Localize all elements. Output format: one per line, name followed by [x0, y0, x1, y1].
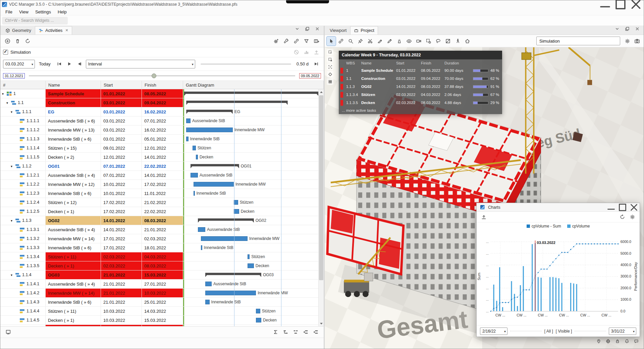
table-row[interactable]: 1.1.3.5Decken ( » 1)02.03.202208.03.2022…: [0, 261, 318, 270]
table-row[interactable]: [0, 325, 318, 326]
table-row[interactable]: 1.1.4.2Innenwände MW ( » 14)21.01.202210…: [0, 289, 318, 298]
gantt-bar[interactable]: [205, 300, 210, 304]
gantt-bar[interactable]: [201, 245, 202, 250]
range-start-date[interactable]: 31.12.2021: [3, 73, 25, 79]
grid-small-icon[interactable]: [327, 78, 333, 85]
range-end-date[interactable]: 09.05.2022: [299, 73, 321, 79]
sum-icon[interactable]: [271, 328, 280, 337]
gantt-cell[interactable]: Innenwände MW: [183, 234, 318, 243]
filter-icon[interactable]: [302, 37, 311, 46]
expand-arrow-icon[interactable]: ▾: [11, 273, 15, 277]
header-name[interactable]: Name: [46, 81, 101, 89]
target-icon[interactable]: [327, 71, 333, 78]
scrollbar-thumb[interactable]: [319, 95, 323, 280]
maximize-button[interactable]: [613, 0, 628, 8]
gantt-bar[interactable]: [186, 101, 287, 105]
gantt-cell[interactable]: [183, 89, 318, 98]
chart-all-label[interactable]: [ All ]: [544, 329, 553, 334]
table-row[interactable]: 1.1.4.3Innenwände StB ( » 6)21.01.202225…: [0, 298, 318, 307]
gantt-bar[interactable]: [205, 282, 212, 286]
gantt-cell[interactable]: Innenwände StB: [183, 298, 318, 306]
pen-icon[interactable]: [385, 37, 394, 46]
camera-icon[interactable]: [633, 37, 642, 46]
select-area-icon[interactable]: [327, 49, 333, 55]
gantt-bar[interactable]: [198, 218, 254, 223]
simulation-date-select[interactable]: 03.03.202: [3, 60, 35, 68]
charts-minimize-button[interactable]: [605, 203, 617, 211]
gantt-bar[interactable]: [194, 182, 234, 187]
menu-file[interactable]: File: [2, 9, 15, 15]
table-row[interactable]: 1.1.4.1Aussenwände StB ( » 4)21.01.20222…: [0, 280, 318, 289]
spray-icon[interactable]: [395, 37, 404, 46]
table-row[interactable]: 1.1.2.2Innenwände MW ( » 12)10.01.202217…: [0, 180, 318, 189]
select-gear-icon[interactable]: [424, 37, 433, 46]
close-panel-icon[interactable]: [633, 24, 642, 33]
menu-settings[interactable]: Settings: [32, 9, 54, 15]
close-button[interactable]: [628, 0, 644, 8]
knife-icon[interactable]: [375, 37, 384, 46]
gantt-cell[interactable]: Innenwände StB: [183, 189, 318, 198]
walkthrough-icon[interactable]: [453, 37, 462, 46]
table-row[interactable]: 1.1.2.3Innenwände StB ( » 6)10.01.202211…: [0, 189, 318, 198]
expand-arrow-icon[interactable]: ▾: [6, 101, 11, 105]
home-icon[interactable]: [463, 37, 472, 46]
interval-select[interactable]: Interval: [86, 60, 195, 68]
float-panel-icon[interactable]: [623, 24, 632, 33]
time-slider-track[interactable]: [29, 76, 295, 76]
gantt-bar[interactable]: [186, 128, 233, 132]
gear-icon[interactable]: [623, 37, 632, 46]
cut-icon[interactable]: [366, 37, 375, 46]
table-row[interactable]: 1.1.1.2Innenwände MW ( » 13)03.01.202216…: [0, 126, 318, 135]
gantt-bar[interactable]: [234, 209, 239, 214]
legend-item[interactable]: cpVolume: [567, 224, 590, 229]
gantt-bar[interactable]: [196, 155, 198, 159]
gantt-cell[interactable]: Aussenwände StB: [183, 171, 318, 180]
gantt-cell[interactable]: Innenwände MW: [183, 289, 318, 297]
gantt-bar[interactable]: [205, 291, 256, 295]
gantt-cell[interactable]: OG03: [183, 270, 318, 279]
table-row[interactable]: 1.1.1.1Aussenwände StB ( » 6)03.01.20220…: [0, 116, 318, 126]
add-column-icon[interactable]: [312, 37, 321, 46]
upload-icon[interactable]: [312, 48, 321, 57]
wrench-icon[interactable]: [282, 37, 291, 46]
gantt-bar[interactable]: [256, 309, 260, 313]
upload-icon[interactable]: [479, 212, 488, 221]
expand-arrow-icon[interactable]: ▾: [11, 219, 15, 222]
gantt-cell[interactable]: Innenwände MW: [183, 126, 318, 134]
gantt-bar[interactable]: [198, 227, 205, 232]
widget-search-input[interactable]: [2, 17, 68, 24]
table-row[interactable]: 1.1.3.1Aussenwände StB ( » 4)14.01.20222…: [0, 225, 318, 234]
link-icon[interactable]: [292, 37, 301, 46]
gantt-bar[interactable]: [248, 254, 250, 259]
expand-arrow-icon[interactable]: ▾: [11, 110, 15, 114]
close-panel-icon[interactable]: [313, 24, 322, 33]
header-gantt[interactable]: Gantt Diagram: [183, 81, 324, 89]
map-pin-icon[interactable]: [595, 338, 602, 345]
gantt-bar[interactable]: [205, 273, 261, 277]
lock-icon[interactable]: [614, 338, 621, 345]
ban-icon[interactable]: [292, 48, 301, 57]
more-active-tasks[interactable]: ... more active tasks: [339, 107, 502, 114]
step-end-icon[interactable]: [312, 59, 321, 68]
select-cursor-icon[interactable]: [327, 37, 336, 46]
skip-start-icon[interactable]: [55, 59, 64, 68]
calendar-task-name[interactable]: Decken: [361, 99, 396, 107]
gantt-cell[interactable]: Stützen: [183, 252, 318, 261]
gear-icon[interactable]: [628, 212, 637, 221]
gantt-bar[interactable]: [186, 118, 191, 123]
gantt-cell[interactable]: Decken: [183, 207, 318, 216]
table-row[interactable]: 1.1.3.3Innenwände StB ( » 6)17.01.202218…: [0, 243, 318, 252]
simulation-checkbox[interactable]: [3, 50, 8, 55]
gantt-cell[interactable]: Aussenwände StB: [183, 116, 318, 125]
header-start[interactable]: Start: [101, 81, 142, 89]
gantt-bar[interactable]: [201, 236, 248, 241]
delete-icon[interactable]: [13, 37, 22, 46]
gantt-cell[interactable]: Innenwände StB: [183, 243, 318, 252]
table-row[interactable]: 1.1.1.4Stützen ( » 15)09.01.202212.01.20…: [0, 144, 318, 153]
gantt-bar[interactable]: [191, 173, 198, 178]
calendar-task-name[interactable]: Sample Schedule: [361, 66, 396, 74]
gantt-outdent-icon[interactable]: [311, 328, 320, 337]
table-row[interactable]: 1.1.1.3Innenwände StB ( » 6)03.01.202205…: [0, 135, 318, 144]
tab-viewport[interactable]: Viewport: [326, 26, 350, 35]
panel-menu-icon[interactable]: [612, 24, 622, 33]
